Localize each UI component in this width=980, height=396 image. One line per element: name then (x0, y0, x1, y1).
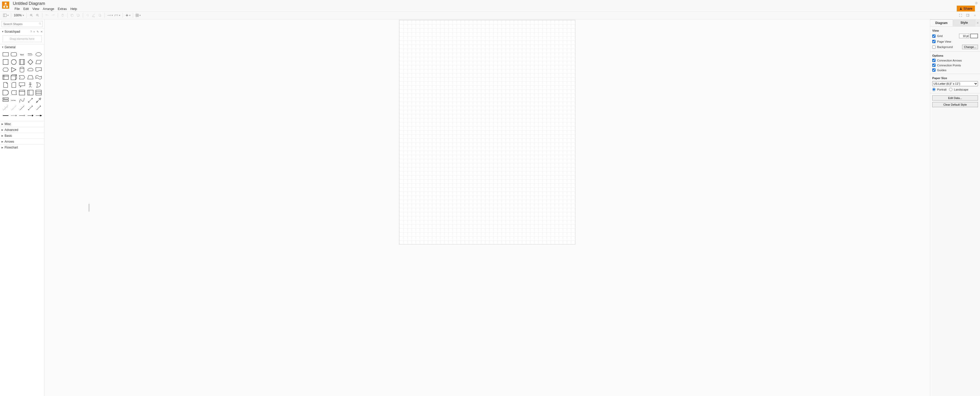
shape-triangle[interactable] (10, 67, 18, 73)
portrait-radio[interactable] (932, 88, 935, 91)
edit-data-button[interactable]: Edit Data... (932, 95, 978, 101)
shape-rectangle[interactable] (2, 51, 9, 58)
shape-curve[interactable] (18, 97, 25, 104)
drawing-page[interactable] (399, 20, 575, 244)
scratchpad-dropzone[interactable]: Drag elements here (3, 35, 41, 42)
shape-bidir-arrow[interactable] (27, 97, 34, 104)
clear-default-style-button[interactable]: Clear Default Style (932, 102, 978, 107)
line-color-button[interactable] (91, 12, 97, 18)
theme-toggle-icon[interactable] (974, 1, 978, 5)
menu-help[interactable]: Help (69, 6, 79, 11)
tab-style[interactable]: Style (953, 19, 975, 26)
shape-circle[interactable] (10, 59, 18, 65)
search-shapes-input[interactable] (3, 22, 38, 25)
shape-document[interactable] (35, 67, 42, 73)
delete-button[interactable] (59, 12, 66, 18)
menu-extras[interactable]: Extras (56, 6, 68, 11)
shape-and[interactable] (2, 89, 9, 96)
paper-size-select[interactable]: US-Letter (8,5" x 11") (932, 81, 978, 86)
section-flowchart[interactable]: ▶Flowchart (0, 144, 44, 150)
page-view-checkbox[interactable] (932, 40, 935, 43)
grid-checkbox[interactable] (932, 35, 935, 38)
fullscreen-button[interactable] (958, 12, 964, 18)
shape-text[interactable]: Text (18, 51, 25, 58)
connection-style-button[interactable]: ▾ (106, 12, 114, 18)
shape-connector-thin[interactable] (18, 112, 25, 119)
tab-diagram[interactable]: Diagram (930, 19, 953, 26)
shape-cylinder[interactable] (18, 67, 25, 73)
connection-arrows-checkbox[interactable] (932, 59, 935, 62)
shape-container-v[interactable] (27, 89, 34, 96)
document-title[interactable]: Untitled Diagram (13, 1, 79, 6)
shape-ellipse[interactable] (35, 51, 42, 58)
menu-view[interactable]: View (31, 6, 41, 11)
shape-rounded-rectangle[interactable] (10, 51, 18, 58)
zoom-dropdown[interactable]: 100%▾ (13, 14, 25, 17)
shape-link[interactable] (2, 112, 9, 119)
menu-arrange[interactable]: Arrange (41, 6, 56, 11)
share-button[interactable]: Share (957, 6, 975, 11)
shape-or[interactable] (35, 82, 42, 88)
guides-checkbox[interactable] (932, 68, 935, 72)
fill-color-button[interactable] (84, 12, 91, 18)
shape-directional-connector[interactable] (35, 105, 42, 111)
shape-data-storage[interactable] (10, 89, 18, 96)
connection-points-checkbox[interactable] (932, 63, 935, 67)
section-advanced[interactable]: ▶Advanced (0, 127, 44, 133)
search-shapes-field[interactable] (2, 21, 43, 27)
collapse-toolbar-button[interactable] (972, 12, 978, 18)
shape-list[interactable] (35, 89, 42, 96)
section-basic[interactable]: ▶Basic (0, 133, 44, 139)
scratchpad-close-icon[interactable]: ✕ (40, 30, 43, 33)
shape-parallelogram[interactable] (35, 59, 42, 65)
shape-connector-circle-end[interactable] (35, 112, 42, 119)
shape-step[interactable] (18, 74, 25, 81)
shape-bidir-connector[interactable] (27, 105, 34, 111)
background-checkbox[interactable] (932, 46, 935, 49)
zoom-out-button[interactable] (35, 12, 41, 18)
scratchpad-header[interactable]: ▼ Scratchpad ? + ✎ ✕ (0, 29, 44, 35)
to-back-button[interactable] (75, 12, 81, 18)
shape-arrow-thick[interactable] (35, 97, 42, 104)
format-panel-toggle[interactable] (965, 12, 971, 18)
shape-trapezoid[interactable] (27, 74, 34, 81)
shape-hexagon[interactable] (2, 67, 9, 73)
section-misc[interactable]: ▶Misc (0, 121, 44, 127)
shape-internal-storage[interactable] (2, 74, 9, 81)
scratchpad-add-icon[interactable]: + (33, 30, 35, 33)
shape-square[interactable] (2, 59, 9, 65)
shape-connector-dash[interactable] (10, 112, 18, 119)
shape-dashed-line[interactable] (2, 105, 9, 111)
shape-tape[interactable] (35, 74, 42, 81)
redo-button[interactable] (50, 12, 56, 18)
shape-dotted-line[interactable] (10, 105, 18, 111)
shape-container[interactable] (18, 89, 25, 96)
undo-button[interactable] (44, 12, 50, 18)
to-front-button[interactable] (69, 12, 75, 18)
shape-diamond[interactable] (27, 59, 34, 65)
landscape-radio[interactable] (949, 88, 952, 91)
shape-line[interactable] (18, 105, 25, 111)
shape-list-group[interactable]: List (2, 97, 9, 104)
shape-cloud[interactable] (27, 67, 34, 73)
shape-callout[interactable] (18, 82, 25, 88)
shape-cube[interactable] (10, 74, 18, 81)
menu-edit[interactable]: Edit (21, 6, 31, 11)
shape-actor[interactable] (27, 82, 34, 88)
app-logo[interactable] (2, 2, 9, 9)
waypoint-style-button[interactable]: ▾ (114, 12, 121, 18)
close-format-panel-icon[interactable]: ✕ (975, 19, 980, 26)
canvas[interactable] (45, 19, 930, 396)
menu-file[interactable]: File (13, 6, 21, 11)
shape-note[interactable] (2, 82, 9, 88)
section-general[interactable]: ▼ General (0, 44, 44, 50)
zoom-in-button[interactable] (29, 12, 35, 18)
shape-list-item[interactable]: List Item (10, 97, 18, 104)
shadow-button[interactable] (97, 12, 103, 18)
section-arrows[interactable]: ▶Arrows (0, 139, 44, 144)
grid-color-swatch[interactable] (970, 34, 978, 38)
sidebar-splitter[interactable] (88, 204, 90, 212)
insert-button[interactable]: ▾ (124, 12, 131, 18)
change-background-button[interactable]: Change... (962, 44, 978, 49)
scratchpad-edit-icon[interactable]: ✎ (37, 30, 39, 33)
